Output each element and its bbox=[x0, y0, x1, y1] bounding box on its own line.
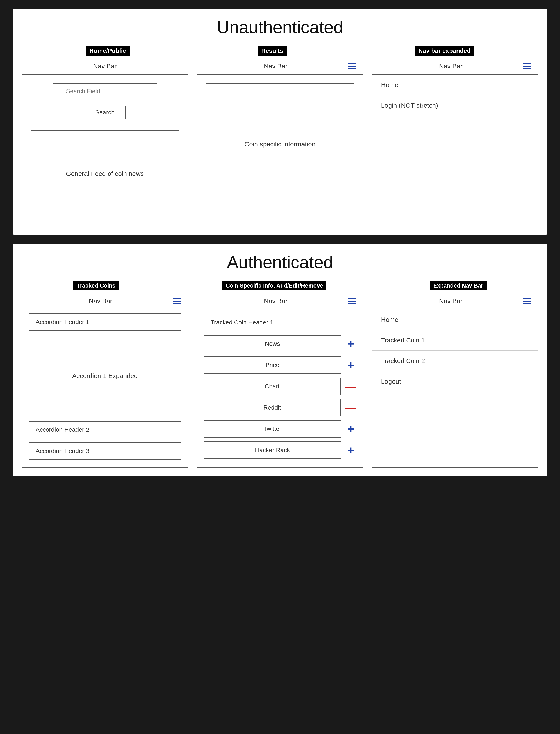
coin-specific-nav-title: Nav Bar bbox=[204, 297, 348, 305]
expanded-nav-hamburger[interactable] bbox=[523, 298, 531, 304]
search-field-input[interactable] bbox=[53, 83, 157, 99]
price-plus-icon[interactable]: + bbox=[345, 359, 356, 371]
nav-expanded-menu: Home Login (NOT stretch) bbox=[372, 75, 538, 116]
results-screen: Nav Bar Coin specific information bbox=[197, 58, 363, 226]
hamburger-line-1 bbox=[523, 63, 531, 64]
news-feed-box: General Feed of coin news bbox=[31, 130, 179, 217]
reddit-minus-icon[interactable]: — bbox=[345, 402, 356, 413]
tracked-coins-hamburger[interactable] bbox=[173, 298, 181, 304]
hamburger-line-2 bbox=[523, 300, 531, 301]
chart-button[interactable]: Chart bbox=[204, 378, 341, 395]
nav-menu-item-home[interactable]: Home bbox=[372, 75, 538, 95]
hamburger-line-3 bbox=[173, 303, 181, 304]
coin-specific-body: Tracked Coin Header 1 News + Price + Cha… bbox=[197, 309, 363, 467]
news-plus-icon[interactable]: + bbox=[345, 338, 356, 349]
accordion-section: Accordion Header 1 Accordion 1 Expanded … bbox=[22, 313, 188, 460]
hamburger-icon[interactable] bbox=[348, 63, 356, 69]
label-home: Home/Public bbox=[86, 46, 130, 56]
reddit-button[interactable]: Reddit bbox=[204, 399, 341, 416]
navexpanded-nav-bar: Nav Bar bbox=[372, 58, 538, 75]
tracked-coins-nav-title: Nav Bar bbox=[29, 297, 173, 305]
hamburger-line-2 bbox=[348, 300, 356, 301]
label-expanded-nav: Expanded Nav Bar bbox=[430, 281, 487, 290]
hacker-plus-icon[interactable]: + bbox=[345, 445, 356, 456]
hamburger-line-1 bbox=[523, 298, 531, 299]
coin-specific-nav-bar: Nav Bar bbox=[197, 293, 363, 309]
twitter-button[interactable]: Twitter bbox=[204, 420, 341, 438]
tracked-coins-nav-bar: Nav Bar bbox=[22, 293, 188, 309]
navexpanded-screen: Nav Bar Home Login (NOT stretch) bbox=[372, 58, 538, 226]
authenticated-title: Authenticated bbox=[22, 252, 538, 272]
label-coin-specific: Coin Specific Info, Add/Edit/Remove bbox=[222, 281, 326, 290]
accordion-header-1[interactable]: Accordion Header 1 bbox=[29, 313, 181, 331]
hamburger-icon-expanded[interactable] bbox=[523, 63, 531, 69]
accordion-1-expanded: Accordion 1 Expanded bbox=[29, 334, 181, 417]
coin-item-hacker-row: Hacker Rack + bbox=[204, 442, 356, 459]
expanded-nav-screen: Nav Bar Home Tracked Coin 1 Tracked Coin… bbox=[372, 292, 538, 468]
coin-item-chart-row: Chart — bbox=[204, 378, 356, 395]
accordion-header-2[interactable]: Accordion Header 2 bbox=[29, 421, 181, 439]
coin-info-box: Coin specific information bbox=[206, 83, 354, 205]
home-public-screen: Nav Bar Search General Feed of coin news bbox=[22, 58, 188, 226]
hamburger-line-3 bbox=[523, 303, 531, 304]
coin-item-news-row: News + bbox=[204, 335, 356, 352]
tracked-coin-header[interactable]: Tracked Coin Header 1 bbox=[204, 314, 356, 331]
results-nav-bar-title: Nav Bar bbox=[204, 63, 348, 70]
nav-menu-item-login[interactable]: Login (NOT stretch) bbox=[372, 95, 538, 116]
coin-specific-screen: Nav Bar Tracked Coin Header 1 News + Pri… bbox=[197, 292, 363, 468]
auth-nav-tracked-coin-1[interactable]: Tracked Coin 1 bbox=[372, 330, 538, 351]
coin-specific-hamburger[interactable] bbox=[348, 298, 356, 304]
hamburger-line-3 bbox=[348, 303, 356, 304]
price-button[interactable]: Price bbox=[204, 356, 341, 374]
auth-nav-logout[interactable]: Logout bbox=[372, 372, 538, 392]
hamburger-line-1 bbox=[173, 298, 181, 299]
label-results: Results bbox=[258, 46, 287, 56]
label-tracked-coins: Tracked Coins bbox=[73, 281, 119, 290]
auth-nav-expanded-menu: Home Tracked Coin 1 Tracked Coin 2 Logou… bbox=[372, 309, 538, 392]
results-body: Coin specific information bbox=[197, 75, 363, 214]
hacker-rack-button[interactable]: Hacker Rack bbox=[204, 442, 341, 459]
coin-item-twitter-row: Twitter + bbox=[204, 420, 356, 438]
results-nav-bar: Nav Bar bbox=[197, 58, 363, 75]
hamburger-line-2 bbox=[348, 66, 356, 67]
expanded-nav-nav-bar: Nav Bar bbox=[372, 293, 538, 309]
navexpanded-nav-bar-title: Nav Bar bbox=[379, 63, 523, 70]
tracked-coins-screen: Nav Bar Accordion Header 1 Accordion 1 E… bbox=[22, 292, 188, 468]
home-body: Search General Feed of coin news bbox=[22, 75, 188, 226]
twitter-plus-icon[interactable]: + bbox=[345, 423, 356, 435]
coin-item-reddit-row: Reddit — bbox=[204, 399, 356, 416]
home-nav-bar-title: Nav Bar bbox=[29, 63, 181, 70]
search-button[interactable]: Search bbox=[84, 105, 126, 119]
label-navexpanded: Nav bar expanded bbox=[415, 46, 474, 56]
hamburger-line-2 bbox=[173, 300, 181, 301]
accordion-header-3[interactable]: Accordion Header 3 bbox=[29, 442, 181, 460]
auth-nav-tracked-coin-2[interactable]: Tracked Coin 2 bbox=[372, 351, 538, 372]
coin-item-price-row: Price + bbox=[204, 356, 356, 374]
hamburger-line-3 bbox=[348, 68, 356, 69]
expanded-nav-title: Nav Bar bbox=[379, 297, 523, 305]
chart-minus-icon[interactable]: — bbox=[345, 381, 356, 392]
hamburger-line-3 bbox=[523, 68, 531, 69]
hamburger-line-1 bbox=[348, 298, 356, 299]
auth-nav-home[interactable]: Home bbox=[372, 309, 538, 330]
hamburger-line-1 bbox=[348, 63, 356, 64]
home-nav-bar: Nav Bar bbox=[22, 58, 188, 75]
hamburger-line-2 bbox=[523, 66, 531, 67]
news-button[interactable]: News bbox=[204, 335, 341, 352]
unauthenticated-title: Unauthenticated bbox=[22, 17, 538, 37]
